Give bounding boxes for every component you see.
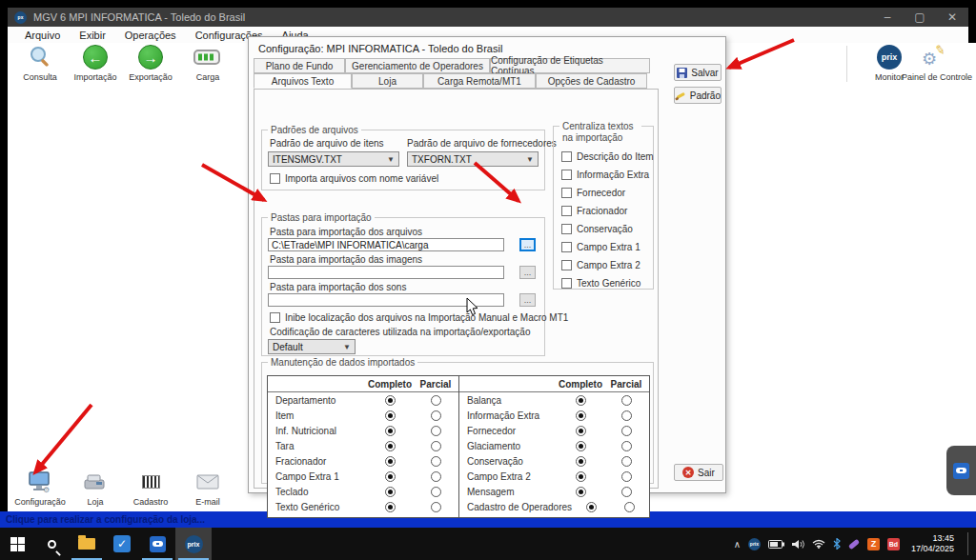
radio-inf-nutricional-parcial[interactable] — [431, 426, 441, 436]
radio-cadastro-de-operadores-completo[interactable] — [586, 502, 597, 512]
bd-app-icon[interactable]: Bd — [887, 538, 900, 550]
radio-texto-generico-completo[interactable] — [385, 502, 396, 512]
radio-campo-extra-2-completo[interactable] — [576, 471, 586, 482]
checkbox-box[interactable] — [561, 278, 572, 289]
checkbox-box[interactable] — [561, 260, 572, 270]
radio-fornecedor-completo[interactable] — [576, 426, 586, 436]
maximize-button[interactable]: ▢ — [904, 8, 936, 27]
radio-balanca-parcial[interactable] — [621, 395, 632, 406]
checkbox-fornecedor[interactable]: Fornecedor — [561, 188, 651, 198]
prix-app-button[interactable]: prix — [175, 528, 212, 560]
toolbar-button-e-mail[interactable]: E-mail — [181, 469, 234, 507]
checkbox-texto-generico[interactable]: Texto Genérico — [561, 278, 651, 289]
checkbox-box[interactable] — [270, 312, 280, 323]
field-input-pasta-para-importacao-das-imagens[interactable] — [268, 266, 504, 279]
radio-informacao-extra-completo[interactable] — [576, 410, 586, 421]
radio-teclado-parcial[interactable] — [431, 487, 441, 497]
speaker-icon[interactable] — [792, 539, 804, 550]
radio-item-completo[interactable] — [385, 410, 396, 421]
checkbox-campo-extra-2[interactable]: Campo Extra 2 — [561, 260, 651, 270]
checkbox-box[interactable] — [561, 224, 572, 234]
bluetooth-icon[interactable] — [833, 538, 841, 550]
radio-conservacao-parcial[interactable] — [621, 456, 632, 467]
toolbar-button-painel-de-controle[interactable]: ⚙✎Painel de Controle — [902, 44, 965, 82]
browse-button-2[interactable]: ... — [519, 266, 536, 279]
toolbar-button-configuracao[interactable]: ⚙Configuração — [13, 469, 67, 507]
checkbox-inibe-localizacao[interactable]: Inibe localização dos arquivos na Import… — [270, 312, 568, 323]
checkbox-box[interactable] — [561, 206, 572, 216]
tab-configuracao-de-etiquetas-continuas[interactable]: Configuração de Etiquetas Contínuas — [490, 58, 650, 73]
orange-z-app-icon[interactable]: Z — [867, 538, 880, 550]
checkbox-box[interactable] — [561, 170, 572, 180]
menu-exibir[interactable]: Exibir — [70, 30, 115, 41]
tasks-app-button[interactable]: ✓ — [105, 528, 139, 560]
checkbox-box[interactable] — [270, 173, 280, 184]
sair-button[interactable]: ✕ Sair — [674, 464, 723, 481]
menu-operacoes[interactable]: Operações — [115, 30, 186, 41]
radio-inf-nutricional-completo[interactable] — [385, 426, 396, 436]
checkbox-fracionador[interactable]: Fracionador — [561, 206, 651, 216]
close-button[interactable]: ✕ — [936, 8, 968, 27]
toolbar-button-carga[interactable]: Carga — [181, 44, 234, 82]
radio-fracionador-parcial[interactable] — [431, 456, 441, 467]
radio-mensagem-completo[interactable] — [576, 487, 586, 497]
toolbar-button-cadastro[interactable]: Cadastro — [124, 469, 177, 507]
field-input-pasta-para-importacao-dos-sons[interactable] — [268, 293, 504, 307]
radio-fracionador-completo[interactable] — [385, 456, 396, 467]
file-explorer-button[interactable] — [69, 528, 105, 560]
item-pattern-select[interactable]: ITENSMGV.TXT▼ — [268, 151, 399, 167]
browse-button-3[interactable]: ... — [519, 293, 536, 307]
minimize-button[interactable]: – — [871, 8, 904, 27]
battery-icon[interactable] — [768, 540, 784, 549]
radio-cadastro-de-operadores-parcial[interactable] — [624, 502, 635, 512]
checkbox-conservacao[interactable]: Conservação — [561, 224, 651, 234]
radio-balanca-completo[interactable] — [576, 395, 586, 406]
tab-gerenciamento-de-operadores[interactable]: Gerenciamento de Operadores — [345, 58, 490, 73]
show-desktop-strip[interactable] — [967, 532, 968, 555]
radio-tara-parcial[interactable] — [431, 441, 441, 451]
radio-tara-completo[interactable] — [385, 441, 396, 451]
radio-glaciamento-parcial[interactable] — [621, 441, 632, 451]
field-input-pasta-para-importacao-dos-arquivos[interactable]: C:\ETrade\MPI INFORMATICA\carga — [268, 238, 504, 251]
toolbar-button-exportacao[interactable]: →Exportação — [124, 44, 177, 82]
tab-carga-remota-mt1[interactable]: Carga Remota/MT1 — [423, 73, 536, 89]
browse-button-1[interactable]: ... — [519, 238, 536, 251]
tab-plano-de-fundo[interactable]: Plano de Fundo — [254, 58, 345, 73]
checkbox-informacao-extra[interactable]: Informação Extra — [561, 170, 651, 180]
checkbox-box[interactable] — [561, 242, 572, 252]
toolbar-button-loja[interactable]: Loja — [69, 469, 122, 507]
checkbox-campo-extra-1[interactable]: Campo Extra 1 — [561, 242, 651, 252]
tab-loja[interactable]: Loja — [352, 73, 423, 89]
radio-informacao-extra-parcial[interactable] — [621, 410, 632, 421]
taskbar-clock[interactable]: 13:45 17/04/2025 — [911, 533, 954, 555]
radio-texto-generico-parcial[interactable] — [431, 502, 441, 512]
toolbar-button-consulta[interactable]: Consulta — [13, 44, 67, 82]
radio-campo-extra-1-parcial[interactable] — [431, 471, 441, 482]
radio-departamento-completo[interactable] — [385, 395, 396, 406]
start-button[interactable] — [0, 528, 34, 560]
radio-campo-extra-1-completo[interactable] — [385, 471, 396, 482]
encoding-select[interactable]: Default▼ — [268, 339, 356, 354]
tray-prix-icon[interactable]: prix — [748, 538, 761, 550]
tab-opcoes-de-cadastro[interactable]: Opções de Cadastro — [536, 73, 647, 89]
checkbox-box[interactable] — [561, 188, 572, 198]
purple-app-icon[interactable] — [848, 542, 860, 547]
radio-teclado-completo[interactable] — [385, 487, 396, 497]
toolbar-button-importacao[interactable]: ←Importação — [69, 44, 122, 82]
radio-item-parcial[interactable] — [431, 410, 441, 421]
taskbar-search-button[interactable] — [34, 528, 69, 560]
checkbox-nome-variavel[interactable]: Importa arquivos com nome variável — [270, 173, 438, 184]
radio-glaciamento-completo[interactable] — [576, 441, 586, 451]
checkbox-descricao-do-item[interactable]: Descrição do Item — [561, 151, 651, 162]
teamviewer-side-panel-tab[interactable] — [946, 446, 976, 495]
menu-arquivo[interactable]: Arquivo — [15, 30, 70, 41]
radio-mensagem-parcial[interactable] — [621, 487, 632, 497]
wifi-icon[interactable] — [812, 539, 825, 549]
radio-conservacao-completo[interactable] — [576, 456, 586, 467]
teamviewer-button[interactable] — [139, 528, 175, 560]
radio-campo-extra-2-parcial[interactable] — [621, 471, 632, 482]
tray-expand-icon[interactable]: ∧ — [734, 539, 741, 550]
salvar-button[interactable]: Salvar — [674, 64, 722, 81]
padrao-button[interactable]: Padrão — [674, 87, 722, 104]
radio-fornecedor-parcial[interactable] — [621, 426, 632, 436]
